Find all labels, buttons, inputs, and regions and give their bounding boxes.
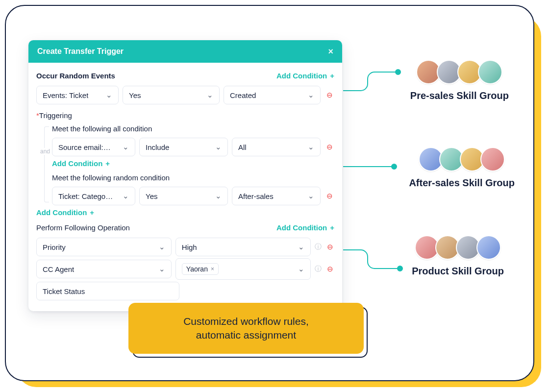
select-text: Priority <box>43 243 66 251</box>
cc-agent-value-select[interactable]: Yaoran × ⌄ <box>175 258 311 280</box>
cond-random-row: Ticket: Catego… ⌄ Yes ⌄ After-sales ⌄ ⊖ <box>52 187 334 205</box>
remove-row-button[interactable]: ⊖ <box>325 265 334 273</box>
modal-title: Create Transfer Trigger <box>37 47 124 56</box>
modal-body: Occur Random Events Add Condition + Even… <box>28 63 342 311</box>
cc-agent-select[interactable]: CC Agent ⌄ <box>36 260 172 278</box>
chevron-down-icon: ⌄ <box>159 265 165 273</box>
select-text: Source email:… <box>58 143 111 151</box>
info-icon: ⓘ <box>315 265 322 273</box>
group-label: Pre-sales Skill Group <box>410 90 509 101</box>
all-select[interactable]: All ⌄ <box>232 138 321 156</box>
ticket-status-select[interactable]: Ticket Status ⌄ <box>36 282 179 300</box>
svg-point-2 <box>398 266 402 271</box>
select-text: Ticket Status <box>43 287 85 295</box>
triggering-block: and Meet the following all condition Sou… <box>44 120 334 205</box>
bracket-decoration <box>44 126 49 202</box>
modal-header: Create Transfer Trigger × <box>28 40 342 63</box>
events-ticket-select[interactable]: Events: Ticket ⌄ <box>36 86 119 104</box>
remove-row-button[interactable]: ⊖ <box>324 91 334 99</box>
product-skill-group: Product Skill Group <box>412 235 504 277</box>
priority-value-select[interactable]: High ⌄ <box>175 238 311 256</box>
close-icon[interactable]: × <box>211 266 214 272</box>
chevron-down-icon: ⌄ <box>106 91 112 99</box>
presales-skill-group: Pre-sales Skill Group <box>410 60 509 101</box>
add-condition-label: Add Condition <box>36 208 87 217</box>
chevron-down-icon: ⌄ <box>123 192 129 200</box>
add-condition-label: Add Condition <box>276 223 327 232</box>
triggering-label-row: *Triggering <box>36 106 334 120</box>
group-label: After-sales Skill Group <box>409 177 515 189</box>
info-icon: ⓘ <box>315 243 322 251</box>
plus-icon: + <box>330 223 334 232</box>
canvas: Create Transfer Trigger × Occur Random E… <box>5 5 539 387</box>
section-label: Perform Following Operation <box>36 223 130 232</box>
aftersales-skill-group: After-sales Skill Group <box>409 147 515 189</box>
agent-tag[interactable]: Yaoran × <box>182 263 219 275</box>
chevron-down-icon: ⌄ <box>215 143 222 151</box>
cond-yes-select[interactable]: Yes ⌄ <box>139 187 228 205</box>
agent-tag-label: Yaoran <box>186 265 208 273</box>
add-condition-button[interactable]: Add Condition + <box>52 159 110 168</box>
meet-all-label: Meet the following all condition <box>44 120 334 136</box>
chevron-down-icon: ⌄ <box>308 143 314 151</box>
chevron-down-icon: ⌄ <box>308 91 314 99</box>
select-text: CC Agent <box>43 265 74 273</box>
and-label: and <box>39 148 51 155</box>
chevron-down-icon: ⌄ <box>207 91 213 99</box>
op-priority-row: Priority ⌄ High ⌄ ⓘ ⊖ <box>36 238 334 256</box>
callout-line2: automatic assignment <box>196 329 296 341</box>
chevron-down-icon: ⌄ <box>298 243 304 251</box>
section-perform: Perform Following Operation Add Conditio… <box>36 220 334 236</box>
add-condition-label: Add Condition <box>276 72 327 80</box>
callout-box: Customized workflow rules, automatic ass… <box>128 303 364 354</box>
avatar <box>478 60 502 84</box>
select-text: High <box>182 243 197 251</box>
chevron-down-icon: ⌄ <box>123 143 129 151</box>
cond-all-row: Source email:… ⌄ Include ⌄ All ⌄ ⊖ <box>52 138 334 156</box>
avatar <box>476 235 501 260</box>
event-yes-select[interactable]: Yes ⌄ <box>123 86 220 104</box>
svg-point-0 <box>396 70 400 74</box>
select-text: All <box>238 143 247 151</box>
select-text: Yes <box>129 91 141 99</box>
callout-line1: Customized workflow rules, <box>183 316 309 327</box>
select-text: After-sales <box>238 192 274 200</box>
select-text: Events: Ticket <box>43 91 88 99</box>
include-select[interactable]: Include ⌄ <box>139 138 228 156</box>
add-condition-button[interactable]: Add Condition + <box>276 72 334 80</box>
op-ccagent-row: CC Agent ⌄ Yaoran × ⌄ ⓘ ⊖ <box>36 258 334 280</box>
close-icon[interactable]: × <box>328 47 333 56</box>
ticket-category-select[interactable]: Ticket: Catego… ⌄ <box>52 187 135 205</box>
select-text: Include <box>146 143 169 151</box>
avatar <box>480 147 505 172</box>
triggering-label: Triggering <box>39 111 72 120</box>
group-label: Product Skill Group <box>412 266 504 277</box>
source-email-select[interactable]: Source email:… ⌄ <box>52 138 135 156</box>
remove-row-button[interactable]: ⊖ <box>324 192 334 200</box>
plus-icon: + <box>90 208 94 217</box>
add-condition-button[interactable]: Add Condition + <box>276 223 334 232</box>
remove-row-button[interactable]: ⊖ <box>324 143 334 151</box>
add-condition-label: Add Condition <box>52 159 102 168</box>
avatars <box>419 147 505 172</box>
avatars <box>415 235 501 260</box>
callout-text: Customized workflow rules, automatic ass… <box>183 315 309 343</box>
after-sales-select[interactable]: After-sales ⌄ <box>232 187 321 205</box>
op-ticket-status-row: Ticket Status ⌄ <box>36 282 334 300</box>
section-label: Occur Random Events <box>36 72 115 80</box>
chevron-down-icon: ⌄ <box>215 192 222 200</box>
event-created-select[interactable]: Created ⌄ <box>224 86 321 104</box>
section-occur-events: Occur Random Events Add Condition + <box>36 69 334 84</box>
avatars <box>416 60 502 84</box>
priority-select[interactable]: Priority ⌄ <box>36 238 172 256</box>
callout: Customized workflow rules, automatic ass… <box>128 303 364 354</box>
select-text: Yes <box>146 192 157 200</box>
add-condition-button[interactable]: Add Condition + <box>36 208 94 217</box>
stage: Create Transfer Trigger × Occur Random E… <box>5 5 534 381</box>
plus-icon: + <box>105 159 110 168</box>
chevron-down-icon: ⌄ <box>159 243 165 251</box>
remove-row-button[interactable]: ⊖ <box>325 243 334 251</box>
svg-point-1 <box>392 164 397 169</box>
select-text: Ticket: Catego… <box>58 192 113 200</box>
select-text: Created <box>230 91 256 99</box>
